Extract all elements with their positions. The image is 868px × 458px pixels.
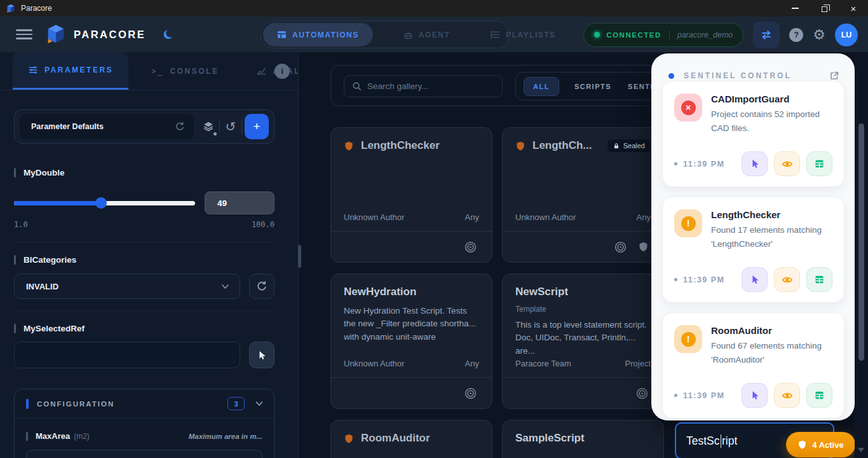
tab-console[interactable]: >_ CONSOLE — [136, 52, 234, 90]
gallery-card-lengthchecker-sealed[interactable]: LengthCh... Sealed Unknown Author Any — [502, 127, 664, 263]
brand: PARACORE — [46, 24, 146, 45]
settings-gear-icon[interactable]: ⚙ — [813, 28, 825, 42]
pointer-cursor-icon — [750, 158, 760, 169]
tab-agent[interactable]: AGENT — [391, 22, 463, 48]
menu-button[interactable] — [16, 27, 32, 42]
notification-roomauditor[interactable]: ! RoomAuditor Found 67 elements matching… — [662, 312, 844, 419]
card-footer: Unknown Author Any — [344, 359, 479, 368]
user-avatar[interactable]: LU — [835, 24, 858, 46]
filter-scripts[interactable]: SCRIPTS — [559, 83, 627, 90]
card-actions — [331, 377, 492, 408]
parameters-sliders-icon — [28, 66, 38, 74]
gallery-search-input[interactable] — [367, 81, 494, 91]
tab-parameters[interactable]: PARAMETERS — [13, 52, 128, 90]
select-elements-button[interactable] — [742, 383, 768, 408]
mydouble-slider[interactable] — [14, 201, 195, 205]
tab-agent-label: AGENT — [419, 31, 451, 39]
notification-time: 11:39 PM — [683, 391, 725, 400]
mydouble-value: 49 — [217, 198, 227, 208]
notification-lengthchecker[interactable]: ! LengthChecker Found 17 elements matchi… — [662, 197, 844, 303]
sync-transfer-button[interactable] — [753, 22, 780, 48]
brand-logo-icon — [46, 24, 65, 45]
chevron-down-icon[interactable] — [255, 401, 264, 406]
automations-grid-icon — [277, 31, 287, 39]
tab-playlists-label: PLAYLISTS — [506, 31, 555, 39]
shield-action-icon[interactable] — [638, 241, 649, 253]
gallery-card-newhydration[interactable]: NewHydration New Hydration Test Script. … — [330, 274, 492, 409]
tab-automations[interactable]: AUTOMATIONS — [263, 23, 373, 46]
target-icon[interactable] — [464, 387, 477, 400]
restore-icon — [822, 6, 827, 12]
preset-selector[interactable]: Parameter Defaults — [20, 114, 194, 139]
gallery-card-lengthchecker[interactable]: LengthChecker Unknown Author Any — [330, 127, 492, 263]
target-icon[interactable] — [635, 387, 649, 400]
app-logo-icon — [6, 4, 15, 13]
card-scope: Project — [625, 359, 651, 368]
app-window: Paracore × PARACORE AUTOMATIONS AGENT — [0, 0, 868, 458]
main-scrollbar[interactable] — [855, 52, 868, 458]
brand-name: PARACORE — [74, 29, 146, 41]
table-icon — [814, 158, 825, 169]
notification-time: 11:39 PM — [683, 160, 725, 169]
gallery-card-newscript[interactable]: NewScript Template This is a top level s… — [502, 274, 664, 409]
card-title: RoomAuditor — [361, 432, 430, 445]
bicategories-refresh-button[interactable] — [249, 274, 275, 299]
notification-title: LengthChecker — [711, 209, 832, 220]
tab-analytics[interactable]: ANALYTICS — [241, 52, 299, 90]
gallery-grid: LengthChecker Unknown Author Any Length — [330, 127, 664, 458]
target-icon[interactable] — [464, 240, 477, 254]
sidebar-scrollbar-thumb[interactable] — [298, 245, 301, 268]
mydouble-value-box[interactable]: 49 — [205, 191, 275, 214]
myselectedref-input[interactable] — [14, 342, 240, 368]
view-button[interactable] — [774, 383, 800, 408]
notification-cadimportguard[interactable]: × CADImportGuard Project contains 52 imp… — [662, 81, 844, 187]
select-elements-button[interactable] — [742, 151, 768, 176]
view-button[interactable] — [774, 267, 800, 292]
card-author: Unknown Author — [515, 212, 576, 222]
table-report-button[interactable] — [806, 267, 832, 292]
notification-message: Found 17 elements matching 'LengthChecke… — [711, 223, 832, 251]
target-icon[interactable] — [614, 240, 627, 254]
minimize-button[interactable] — [780, 0, 810, 17]
card-title: NewHydration — [344, 286, 416, 298]
warning-badge: ! — [674, 209, 702, 237]
scroll-down-arrow-icon[interactable] — [858, 448, 864, 452]
maxarea-input[interactable] — [26, 450, 262, 458]
help-button[interactable]: ? — [789, 28, 803, 42]
table-icon — [814, 390, 825, 401]
shield-icon — [797, 440, 807, 450]
window-title: Paracore — [21, 4, 52, 13]
card-description: This is a top level statement script. Do… — [515, 319, 651, 357]
close-button[interactable]: × — [839, 0, 868, 17]
dark-mode-moon-icon[interactable] — [163, 29, 175, 41]
configuration-header[interactable]: CONFIGURATION 3 — [15, 389, 274, 419]
connection-label: CONNECTED — [606, 31, 661, 39]
configuration-body: MaxArea (m2) Maximum area in m... — [15, 419, 274, 458]
preset-refresh-icon — [175, 121, 185, 132]
gallery-card-samplescript[interactable]: SampleScript — [502, 420, 664, 458]
layers-button[interactable] — [198, 114, 219, 139]
tab-playlists[interactable]: PLAYLISTS — [478, 22, 568, 48]
select-elements-button[interactable] — [742, 267, 768, 292]
external-link-icon[interactable] — [829, 71, 839, 81]
script-name-text-before: TestSc — [686, 434, 720, 448]
bicategories-select[interactable]: INVALID — [14, 274, 240, 299]
gallery-search[interactable] — [344, 75, 503, 97]
restore-button[interactable] — [810, 0, 839, 17]
gallery-card-roomauditor[interactable]: RoomAuditor — [330, 420, 492, 458]
slider-thumb[interactable] — [95, 197, 107, 209]
card-footer: Unknown Author Any — [515, 212, 651, 222]
undo-button[interactable]: ↺ — [220, 114, 241, 139]
table-report-button[interactable] — [806, 151, 832, 176]
console-prompt-icon: >_ — [151, 67, 163, 76]
element-picker-button[interactable] — [249, 342, 275, 368]
configuration-section: CONFIGURATION 3 MaxArea (m2) Maximum are… — [14, 389, 275, 458]
filter-all[interactable]: ALL — [524, 77, 559, 96]
add-parameter-button[interactable]: + — [245, 114, 269, 139]
scrollbar-thumb[interactable] — [858, 123, 864, 361]
active-sentinels-badge[interactable]: 4 Active — [786, 432, 855, 457]
table-report-button[interactable] — [806, 383, 832, 408]
info-button[interactable]: i — [275, 64, 290, 79]
view-button[interactable] — [774, 151, 800, 176]
card-scope: Any — [465, 212, 479, 222]
